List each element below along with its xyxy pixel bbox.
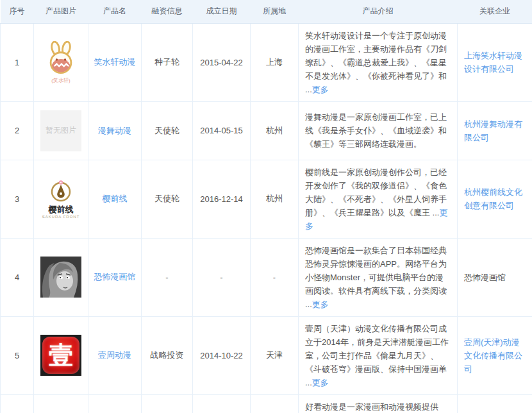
funding-cell: 战略投资: [142, 316, 193, 394]
table-row: 3 樱前线 SAKURA FRONT 樱前线 天使轮 2016-12-14: [1, 160, 532, 238]
column-header-company: 关联企业: [458, 0, 532, 23]
product-intro: 漫舞动漫是一家原创漫画工作室，已上线《我是杀手女仆》、《血域逆袭》和《貘王》等三…: [305, 112, 447, 149]
founded-cell: 2016-12-14: [193, 160, 251, 238]
funding-cell: 天使轮: [142, 101, 193, 160]
founded-cell: -: [193, 238, 251, 316]
row-index: 5: [1, 316, 34, 394]
row-index: 6: [1, 394, 34, 413]
column-header-founded: 成立日期: [193, 0, 251, 23]
location-cell: 杭州: [251, 160, 299, 238]
funding-cell: 种子轮: [142, 23, 193, 101]
more-link[interactable]: 更多: [312, 299, 329, 309]
location-cell: -: [251, 394, 299, 413]
table-row: 1 (笑水轩): [1, 23, 532, 101]
product-intro: 樱前线是一家原创动漫创作公司，已经开发创作了《我的双修道侣》、《食色大陆》、《不…: [305, 167, 447, 217]
product-name-link[interactable]: 壹周动漫: [98, 350, 131, 360]
column-header-intro: 产品介绍: [299, 0, 458, 23]
funding-cell: -: [142, 394, 193, 413]
horror-face-logo-icon: [40, 257, 81, 298]
product-image-yingqianxian[interactable]: 樱前线 SAKURA FRONT: [39, 178, 83, 219]
company-link[interactable]: 杭州樱前线文化创意有限公司: [464, 187, 522, 210]
row-index: 2: [1, 101, 34, 160]
row-index: 4: [1, 238, 34, 316]
product-image-yizhou[interactable]: 壹: [39, 335, 83, 376]
product-image-kongbu[interactable]: [39, 257, 83, 298]
location-cell: 天津: [251, 316, 299, 394]
yizhou-logo-icon: 壹: [40, 335, 81, 376]
more-link[interactable]: 更多: [312, 378, 329, 387]
product-name-link[interactable]: 恐怖漫画馆: [94, 272, 136, 282]
sakura-front-logo-icon: [48, 178, 74, 204]
company-link[interactable]: 壹周(天津)动漫文化传播有限公司: [464, 337, 522, 374]
founded-cell: -: [193, 394, 251, 413]
product-image-manwu[interactable]: 暂无图片: [39, 110, 83, 151]
table-row: 2 暂无图片 漫舞动漫 天使轮 2014-05-15 杭州 漫舞动漫是一家原创漫…: [1, 101, 532, 160]
rabbit-logo-caption: (笑水轩): [51, 77, 70, 84]
funding-cell: 天使轮: [142, 160, 193, 238]
yizhou-logo-character: 壹: [49, 343, 73, 367]
table-row: 6 好看动漫 好看动漫 - - -: [1, 394, 532, 413]
no-image-placeholder: 暂无图片: [40, 110, 81, 151]
location-cell: -: [251, 238, 299, 316]
product-name-link[interactable]: 笑水轩动漫: [94, 57, 136, 67]
company-link[interactable]: 上海笑水轩动漫设计有限公司: [464, 51, 522, 74]
table-header: 序号 产品图片 产品名 融资信息 成立日期 所属地 产品介绍 关联企业: [1, 0, 532, 23]
location-cell: 杭州: [251, 101, 299, 160]
product-name-link[interactable]: 漫舞动漫: [98, 126, 131, 135]
more-link[interactable]: 更多: [312, 85, 329, 94]
funding-cell: -: [142, 238, 193, 316]
row-index: 1: [1, 23, 34, 101]
column-header-funding: 融资信息: [142, 0, 193, 23]
product-image-xiaoshuixuan[interactable]: (笑水轩): [39, 41, 83, 84]
founded-cell: 2014-10-22: [193, 316, 251, 394]
founded-cell: 2014-05-15: [193, 101, 251, 160]
founded-cell: 2015-04-22: [193, 23, 251, 101]
table-row: 4: [1, 238, 532, 316]
products-table: 序号 产品图片 产品名 融资信息 成立日期 所属地 产品介绍 关联企业 1: [0, 0, 532, 413]
column-header-name: 产品名: [88, 0, 142, 23]
product-name-link[interactable]: 樱前线: [103, 194, 128, 203]
rabbit-logo-icon: [42, 41, 79, 78]
location-cell: 上海: [251, 23, 299, 101]
sakura-logo-title: 樱前线: [49, 205, 74, 214]
column-header-location: 所属地: [251, 0, 299, 23]
sakura-logo-subtitle: SAKURA FRONT: [42, 214, 80, 219]
company-link[interactable]: 杭州漫舞动漫有限公司: [464, 119, 522, 142]
header-row: 序号 产品图片 产品名 融资信息 成立日期 所属地 产品介绍 关联企业: [1, 0, 532, 23]
column-header-image: 产品图片: [34, 0, 88, 23]
product-intro: 好看动漫是一家漫画和动漫视频提供商，致力于给动漫爱好者提供最新高清动漫、日韩动漫…: [305, 402, 447, 413]
table-row: 5 壹 壹周动漫 战略投资 2014-10-22 天津 壹周（天津）动漫文化传播…: [1, 316, 532, 394]
company-text: 恐怖漫画馆: [464, 273, 506, 282]
column-header-index: 序号: [1, 0, 34, 23]
row-index: 3: [1, 160, 34, 238]
